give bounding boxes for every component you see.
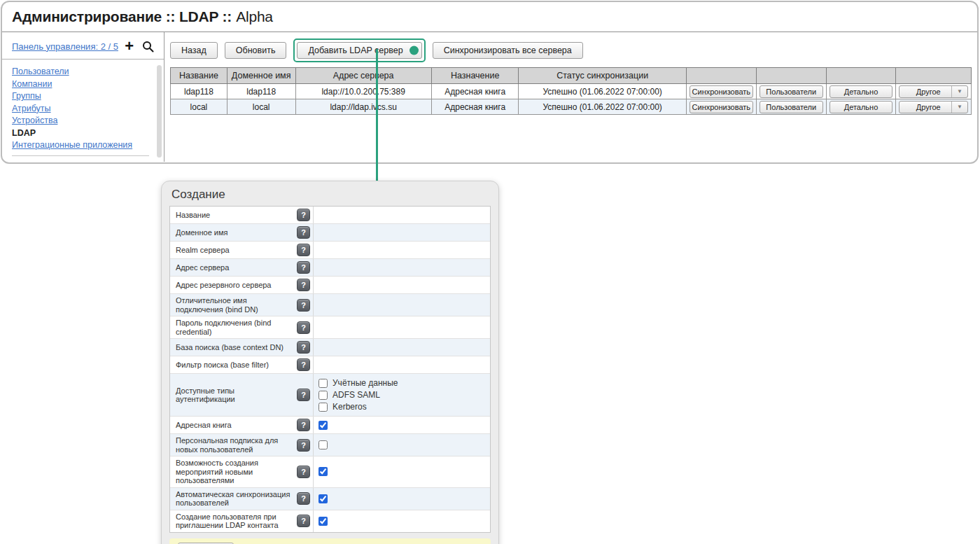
sidebar-item-groups[interactable]: Группы	[12, 90, 164, 103]
form-row-auto-sync: Автоматическая синхронизация пользовател…	[170, 488, 490, 510]
field-label: Адресная книга	[176, 421, 297, 430]
auto-sync-checkbox[interactable]	[318, 494, 328, 503]
personal-subscription-checkbox[interactable]	[318, 440, 328, 449]
page-title: Администрирование :: LDAP ::Alpha	[12, 8, 273, 25]
cell-status: Успешно (01.06.2022 07:00:00)	[519, 99, 686, 115]
help-icon[interactable]: ?	[297, 279, 310, 291]
auth-option-label: ADFS SAML	[332, 390, 380, 400]
base-filter-input[interactable]	[318, 359, 485, 371]
cell-name: ldap118	[171, 84, 227, 99]
cell-purpose: Адресная книга	[431, 84, 519, 99]
cell-domain: local	[227, 99, 295, 115]
server-address-input[interactable]	[318, 262, 485, 274]
sidebar-item-ldap[interactable]: LDAP	[12, 127, 164, 140]
form-row-server-address: Адрес сервера ?	[170, 259, 490, 277]
form-row-auth-types: Доступные типы аутентификации ? Учётные …	[170, 374, 490, 417]
sidebar-item-users[interactable]: Пользователи	[12, 66, 164, 78]
domain-input[interactable]	[318, 227, 485, 239]
callout-line	[376, 49, 378, 181]
cell-address: ldap://ldap.ivcs.su	[295, 99, 431, 115]
form-row-base-context: База поиска (base context DN) ?	[170, 339, 490, 356]
sidebar-item-companies[interactable]: Компании	[12, 78, 164, 91]
help-icon[interactable]: ?	[297, 261, 310, 274]
name-input[interactable]	[318, 209, 485, 221]
bind-credential-input[interactable]	[318, 321, 485, 333]
sidebar-item-integrations[interactable]: Интеграционные приложения	[12, 139, 164, 152]
form-row-domain: Доменное имя ?	[170, 224, 490, 242]
help-icon[interactable]: ?	[297, 299, 310, 312]
help-icon[interactable]: ?	[297, 244, 310, 256]
sidebar-nav: Пользователи Компании Группы Атрибуты Ус…	[2, 60, 164, 156]
back-button[interactable]: Назад	[170, 42, 218, 59]
other-dropdown-button[interactable]: Другое ▼	[899, 85, 968, 98]
auth-option-credentials: Учётные данные	[318, 378, 398, 388]
sidebar-scrollbar[interactable]	[157, 65, 162, 158]
toolbar: Назад Обновить Добавить LDAP сервер Синх…	[170, 39, 972, 62]
kerberos-checkbox[interactable]	[318, 403, 328, 412]
refresh-button[interactable]: Обновить	[225, 42, 287, 59]
help-icon[interactable]: ?	[297, 209, 310, 221]
help-icon[interactable]: ?	[297, 466, 310, 478]
sync-all-button[interactable]: Синхронизировать все сервера	[433, 42, 583, 59]
field-label: Отличительное имя подключения (bind DN)	[176, 296, 297, 314]
adfs-saml-checkbox[interactable]	[318, 391, 328, 400]
help-icon[interactable]: ?	[297, 358, 310, 371]
auth-option-label: Kerberos	[332, 402, 367, 412]
help-icon[interactable]: ?	[297, 419, 310, 431]
field-label: Доменное имя	[176, 228, 297, 237]
sync-button[interactable]: Синхронизовать	[690, 101, 753, 113]
auth-option-kerberos: Kerberos	[318, 402, 398, 412]
auth-option-adfs-saml: ADFS SAML	[318, 390, 398, 400]
add-icon[interactable]: +	[125, 40, 134, 53]
ldap-servers-table: Название Доменное имя Адрес сервера Назн…	[170, 67, 972, 115]
chevron-down-icon[interactable]: ▼	[951, 86, 967, 97]
help-icon[interactable]: ?	[297, 341, 310, 354]
col-header-purpose: Назначение	[431, 68, 519, 84]
bind-dn-input[interactable]	[318, 299, 485, 311]
base-context-input[interactable]	[318, 342, 485, 354]
help-icon[interactable]: ?	[297, 439, 310, 452]
dialog-title: Создание	[162, 181, 498, 206]
sidebar-item-attributes[interactable]: Атрибуты	[12, 103, 164, 116]
realm-input[interactable]	[318, 244, 485, 256]
help-icon[interactable]: ?	[297, 226, 310, 239]
other-dropdown-button[interactable]: Другое ▼	[899, 101, 968, 113]
field-label: База поиска (base context DN)	[176, 343, 297, 352]
cell-name: local	[171, 99, 227, 115]
field-label: Создание пользователя при приглашении LD…	[176, 512, 297, 530]
address-book-checkbox[interactable]	[318, 421, 328, 430]
chevron-down-icon[interactable]: ▼	[951, 102, 967, 113]
help-icon[interactable]: ?	[297, 389, 310, 401]
table-header-row: Название Доменное имя Адрес сервера Назн…	[171, 68, 972, 84]
sync-button[interactable]: Синхронизовать	[690, 85, 753, 98]
form-row-bind-credential: Пароль подключения (bind credential) ?	[170, 316, 490, 339]
col-header-actions-3	[826, 68, 896, 84]
create-on-invite-checkbox[interactable]	[318, 517, 328, 526]
create-events-checkbox[interactable]	[318, 467, 328, 476]
field-label: Адрес резервного сервера	[176, 281, 297, 290]
users-button[interactable]: Пользователи	[760, 101, 823, 113]
help-icon[interactable]: ?	[297, 321, 310, 334]
col-header-name: Название	[171, 68, 227, 84]
form-row-backup-address: Адрес резервного сервера ?	[170, 277, 490, 294]
help-icon[interactable]: ?	[297, 492, 310, 505]
form-row-address-book: Адресная книга ?	[170, 417, 490, 434]
details-button[interactable]: Детально	[830, 101, 893, 113]
details-button[interactable]: Детально	[830, 85, 893, 98]
table-row: ldap118 ldap118 ldap://10.0.200.75:389 А…	[171, 84, 972, 99]
field-label: Фильтр поиска (base filter)	[176, 361, 297, 370]
add-ldap-server-button[interactable]: Добавить LDAP сервер	[297, 42, 421, 59]
col-header-actions-1	[686, 68, 756, 84]
backup-address-input[interactable]	[318, 279, 485, 291]
sidebar-item-devices[interactable]: Устройства	[12, 115, 164, 127]
form-row-create-events: Возможность создания мероприятий новыми …	[170, 456, 490, 488]
callout-dot	[410, 46, 419, 55]
form-row-personal-subscription: Персональная подписка для новых пользова…	[170, 434, 490, 456]
help-icon[interactable]: ?	[297, 515, 310, 527]
users-button[interactable]: Пользователи	[760, 85, 823, 98]
col-header-domain: Доменное имя	[227, 68, 295, 84]
titlebar: Администрирование :: LDAP ::Alpha	[2, 2, 977, 32]
control-panel-link[interactable]: Панель управления: 2 / 5	[12, 41, 118, 52]
search-icon[interactable]	[142, 41, 154, 53]
credentials-checkbox[interactable]	[318, 379, 328, 388]
